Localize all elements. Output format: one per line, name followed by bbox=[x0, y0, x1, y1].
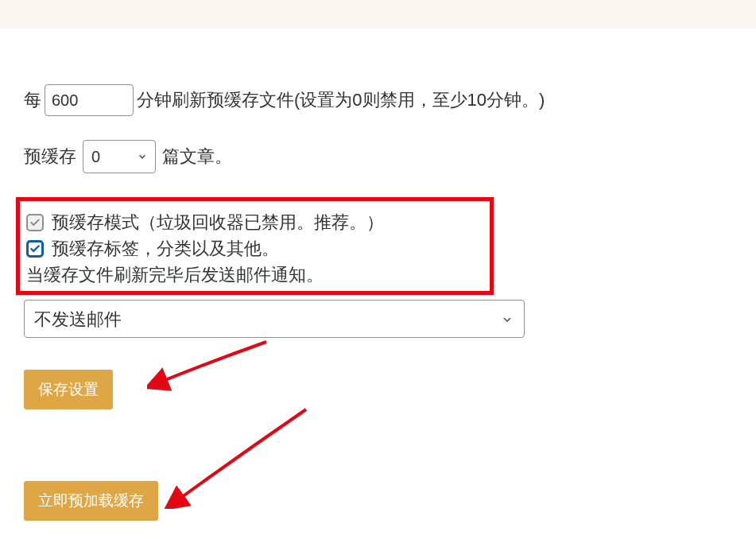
arrow-annotation-icon bbox=[147, 338, 274, 394]
top-band bbox=[0, 0, 756, 29]
highlight-box: 预缓存模式（垃圾回收器已禁用。推荐。） 预缓存标签，分类以及其他。 当缓存文件刷… bbox=[16, 197, 494, 295]
email-notify-select[interactable]: 不发送邮件 bbox=[24, 300, 525, 338]
save-button[interactable]: 保存设置 bbox=[24, 370, 113, 409]
refresh-suffix: 分钟刷新预缓存文件(设置为0则禁用，至少10分钟。) bbox=[137, 86, 545, 114]
preload-count-row: 预缓存 0 篇文章。 bbox=[24, 140, 732, 173]
checkbox-preload-tags-row: 预缓存标签，分类以及其他。 bbox=[26, 235, 485, 262]
refresh-interval-input[interactable] bbox=[45, 84, 134, 116]
save-section: 保存设置 bbox=[24, 370, 732, 409]
checkbox-preload-tags-label: 预缓存标签，分类以及其他。 bbox=[52, 235, 279, 262]
checkbox-preload-mode-row: 预缓存模式（垃圾回收器已禁用。推荐。） bbox=[26, 209, 485, 235]
preload-suffix: 篇文章。 bbox=[162, 142, 232, 170]
checkbox-preload-mode-label: 预缓存模式（垃圾回收器已禁用。推荐。） bbox=[52, 209, 384, 235]
checkbox-preload-tags[interactable] bbox=[26, 240, 44, 258]
email-notify-label: 当缓存文件刷新完毕后发送邮件通知。 bbox=[26, 262, 485, 288]
preload-now-button[interactable]: 立即预加载缓存 bbox=[24, 481, 158, 521]
checkbox-preload-mode[interactable] bbox=[26, 214, 44, 231]
preload-prefix: 预缓存 bbox=[24, 142, 76, 170]
refresh-prefix: 每 bbox=[24, 86, 41, 114]
preload-section: 立即预加载缓存 bbox=[24, 481, 732, 521]
settings-form: 每 分钟刷新预缓存文件(设置为0则禁用，至少10分钟。) 预缓存 0 篇文章。 … bbox=[0, 29, 756, 521]
arrow-annotation-icon bbox=[163, 405, 314, 509]
refresh-row: 每 分钟刷新预缓存文件(设置为0则禁用，至少10分钟。) bbox=[24, 84, 732, 116]
preload-count-select[interactable]: 0 bbox=[83, 140, 156, 173]
